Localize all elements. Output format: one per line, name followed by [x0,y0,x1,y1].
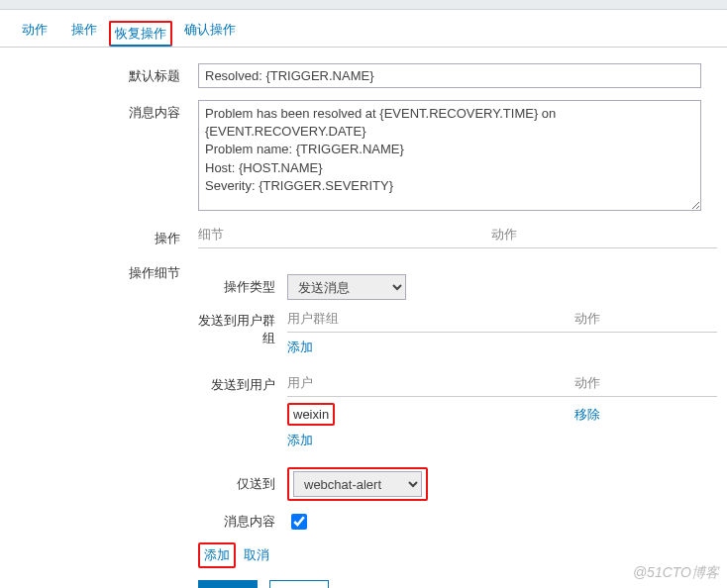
tabs-bar: 动作 操作 恢复操作 确认操作 [0,10,727,48]
add-button[interactable]: 添加 [198,580,258,588]
message-label: 消息内容 [10,100,198,122]
default-subject-input[interactable] [198,63,701,88]
user-row: weixin 移除 [287,403,717,426]
default-subject-label: 默认标题 [10,63,198,85]
operations-label: 操作 [10,226,198,247]
window-topbar [0,0,727,10]
op-detail-label: 操作细节 [10,260,198,282]
send-to-groups-label: 发送到用户群组 [198,310,287,347]
ops-col-action: 动作 [491,226,517,244]
message-textarea[interactable]: Problem has been resolved at {EVENT.RECO… [198,100,701,211]
detail-message-checkbox[interactable] [291,514,307,530]
form-body: 默认标题 消息内容 Problem has been resolved at {… [0,48,727,588]
users-add-link[interactable]: 添加 [287,433,313,447]
groups-col-group: 用户群组 [287,310,574,328]
detail-cancel-link[interactable]: 取消 [244,547,269,562]
cancel-button[interactable]: 取消 [269,580,329,588]
tab-operation[interactable]: 操作 [59,13,109,47]
user-name: weixin [287,403,335,426]
detail-add-link[interactable]: 添加 [204,547,230,562]
tab-action[interactable]: 动作 [10,13,59,47]
only-to-label: 仅送到 [198,475,287,493]
user-remove-link[interactable]: 移除 [574,406,600,424]
tab-recovery-operation[interactable]: 恢复操作 [109,21,172,47]
tab-confirm-operation[interactable]: 确认操作 [172,13,248,47]
groups-add-link[interactable]: 添加 [287,340,313,354]
detail-message-label: 消息内容 [198,513,287,531]
users-col-action: 动作 [574,374,717,392]
op-type-label: 操作类型 [198,278,287,296]
only-to-select[interactable]: webchat-alert [293,471,422,497]
op-type-select[interactable]: 发送消息 [287,274,406,300]
groups-col-action: 动作 [574,310,717,328]
send-to-users-label: 发送到用户 [198,374,287,394]
ops-col-detail: 细节 [198,226,224,244]
users-col-user: 用户 [287,374,574,392]
